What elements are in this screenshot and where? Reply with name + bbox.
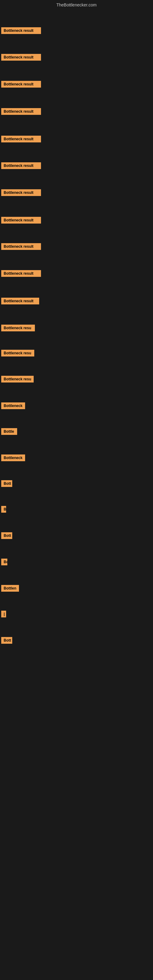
- bottleneck-bar-1: Bottleneck result: [1, 54, 41, 62]
- bottleneck-bar-6: Bottleneck result: [1, 189, 41, 197]
- bottleneck-bar-0: Bottleneck result: [1, 27, 41, 35]
- bottleneck-bar-4: Bottleneck result: [1, 136, 41, 144]
- bottleneck-bar-20: Bo: [1, 558, 7, 566]
- bottleneck-bar-5: Bottleneck result: [1, 162, 41, 170]
- bars-container: Bottleneck resultBottleneck resultBottle…: [0, 10, 153, 980]
- bottleneck-bar-18: B: [1, 506, 6, 514]
- bottleneck-bar-9: Bottleneck result: [1, 270, 41, 278]
- bottleneck-bar-2: Bottleneck result: [1, 81, 41, 89]
- bottleneck-bar-13: Bottleneck resu: [1, 376, 33, 384]
- bottleneck-bar-23: Bott: [1, 637, 12, 645]
- bottleneck-bar-15: Bottle: [1, 428, 17, 436]
- bottleneck-bar-17: Bott: [1, 480, 12, 488]
- bottleneck-bar-22: |: [1, 611, 6, 619]
- bottleneck-bar-10: Bottleneck result: [1, 298, 39, 305]
- bottleneck-bar-11: Bottleneck resu: [1, 325, 35, 332]
- bottleneck-bar-21: Bottlen: [1, 585, 19, 593]
- site-title: TheBottlenecker.com: [0, 0, 153, 10]
- bottleneck-bar-3: Bottleneck result: [1, 108, 41, 116]
- bottleneck-bar-12: Bottleneck resu: [1, 350, 34, 358]
- bottleneck-bar-16: Bottleneck: [1, 455, 25, 463]
- bottleneck-bar-7: Bottleneck result: [1, 217, 41, 225]
- bottleneck-bar-8: Bottleneck result: [1, 243, 41, 251]
- bottleneck-bar-19: Bott: [1, 532, 12, 540]
- bottleneck-bar-14: Bottleneck: [1, 402, 25, 410]
